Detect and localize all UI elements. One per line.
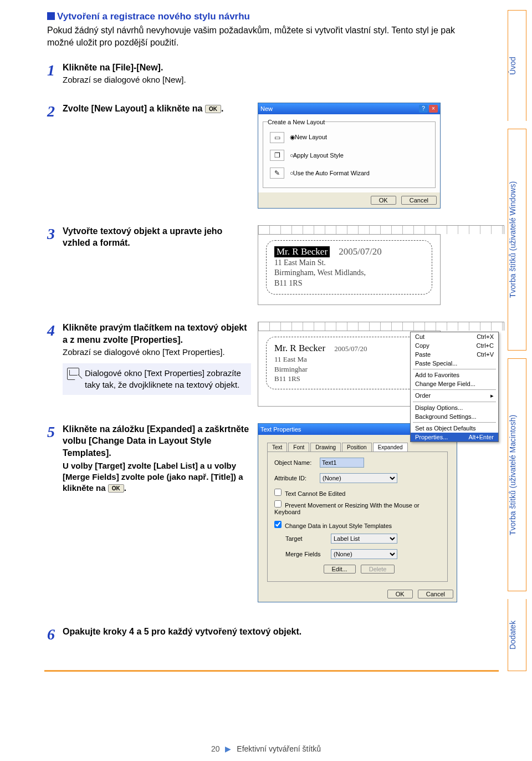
tab-text[interactable]: Text xyxy=(267,443,287,451)
ruler xyxy=(258,322,504,331)
step-text: Klikněte na záložku [Expanded] a zaškrtn… xyxy=(63,423,252,459)
group-label: Create a New Layout xyxy=(268,119,325,125)
bullet-icon xyxy=(47,12,55,20)
object-name-input[interactable] xyxy=(320,458,364,468)
merge-fields-select[interactable]: (None) xyxy=(331,549,397,559)
edit-button[interactable]: Edit... xyxy=(324,565,356,574)
step-number: 3 xyxy=(47,225,63,243)
template-icon: ❐ xyxy=(270,150,284,161)
step-number: 6 xyxy=(47,626,63,643)
menu-set-defaults[interactable]: Set as Object Defaults xyxy=(411,424,498,433)
menu-background[interactable]: Background Settings... xyxy=(411,412,498,421)
tab-appendix[interactable]: Dodatek xyxy=(508,599,526,671)
help-icon[interactable]: ? xyxy=(419,105,428,113)
chk-prevent-move[interactable]: Prevent Movement or Resizing With the Mo… xyxy=(274,502,420,515)
menu-add-favorites[interactable]: Add to Favorites xyxy=(411,371,498,379)
object-name-label: Object Name: xyxy=(274,459,313,466)
step-text: Vytvořte textový objekt a upravte jeho v… xyxy=(63,225,252,249)
step-subtext: Zobrazí se dialogové okno [Text Properti… xyxy=(63,347,252,358)
label-date: 2005/07/20 xyxy=(339,246,381,257)
wizard-icon: ✎ xyxy=(270,168,284,179)
attribute-id-select[interactable]: (None) xyxy=(320,473,397,483)
menu-copy[interactable]: CopyCtrl+C xyxy=(411,341,498,350)
step-number: 1 xyxy=(47,62,63,79)
cancel-button[interactable]: Cancel xyxy=(418,590,453,598)
step-text: Klikněte pravým tlačítkem na textový obj… xyxy=(63,322,252,346)
layout-canvas: Mr. R Becker 2005/07/20 11 East Main St.… xyxy=(258,234,441,305)
step-number: 4 xyxy=(47,322,63,339)
cancel-button[interactable]: Cancel xyxy=(401,196,437,205)
radio-apply-style[interactable]: Apply Layout Style xyxy=(290,152,344,159)
footer-section: Efektivní vytváření štítků xyxy=(237,744,321,753)
side-navigation: Úvod Tvorba štítků (uživatelé Windows) T… xyxy=(508,10,526,671)
ruler xyxy=(258,225,504,234)
menu-display-options[interactable]: Display Options... xyxy=(411,403,498,412)
label-name: Mr. R Becker xyxy=(274,246,330,257)
step-number: 5 xyxy=(47,423,63,441)
ok-button[interactable]: OK xyxy=(371,196,396,205)
target-select[interactable]: Label List xyxy=(331,534,397,544)
close-icon[interactable]: × xyxy=(429,105,438,113)
tab-windows[interactable]: Tvorba štítků (uživatelé Windows) xyxy=(508,129,526,351)
page-icon: ▭ xyxy=(270,132,284,143)
menu-properties[interactable]: Properties...Alt+Enter xyxy=(411,433,498,442)
note-box: Dialogové okno [Text Properties] zobrazí… xyxy=(63,363,251,395)
intro-paragraph: Pokud žádný styl návrhů nevyhovuje vašim… xyxy=(47,24,468,49)
tab-macintosh[interactable]: Tvorba štítků (uživatelé Macintosh) xyxy=(508,358,526,591)
chk-text-readonly[interactable]: Text Cannot Be Edited xyxy=(274,490,345,497)
target-label: Target xyxy=(285,535,324,542)
step-text: Opakujte kroky 4 a 5 pro každý vytvořený… xyxy=(63,626,504,638)
delete-button[interactable]: Delete xyxy=(361,565,395,574)
tab-position[interactable]: Position xyxy=(342,443,372,451)
label-addr1: 11 East Main St. xyxy=(274,258,424,268)
triangle-icon: ▶ xyxy=(225,744,231,753)
menu-paste-special[interactable]: Paste Special... xyxy=(411,359,498,368)
merge-fields-label: Merge Fields xyxy=(285,551,324,557)
menu-order[interactable]: Order▸ xyxy=(411,391,498,400)
ok-button[interactable]: OK xyxy=(387,590,413,598)
ok-button-inline: OK xyxy=(108,484,124,493)
note-icon xyxy=(67,368,79,380)
step-text: Klikněte na [File]-[New]. xyxy=(63,62,504,74)
context-menu: CutCtrl+X CopyCtrl+C PasteCtrl+V Paste S… xyxy=(410,332,499,442)
page-number: 20 xyxy=(211,744,220,753)
ok-button-inline: OK xyxy=(205,105,221,113)
radio-new-layout[interactable]: New Layout xyxy=(290,134,327,141)
chk-change-data[interactable]: Change Data in Layout Style Templates xyxy=(274,522,392,529)
menu-cut[interactable]: CutCtrl+X xyxy=(411,332,498,341)
step-number: 2 xyxy=(47,103,63,120)
label-date: 2005/07/20 xyxy=(334,344,367,353)
dialog-title: New xyxy=(260,105,273,112)
label-addr3: B11 1RS xyxy=(274,279,424,288)
radio-auto-format[interactable]: Use the Auto Format Wizard xyxy=(290,170,370,176)
label-name: Mr. R Becker xyxy=(274,343,325,353)
step-subtext: Zobrazí se dialogové okno [New]. xyxy=(63,74,504,85)
section-heading: Vytvoření a registrace nového stylu návr… xyxy=(47,11,504,22)
step-text: Zvolte [New Layout] a klikněte na OK. xyxy=(63,103,252,115)
new-dialog: New ?× Create a New Layout ▭New Layout ❐… xyxy=(258,103,441,209)
dialog-title: Text Properties xyxy=(260,426,301,433)
attribute-id-label: Attribute ID: xyxy=(274,475,313,481)
text-properties-dialog: Text Properties ?× Text Font Drawing Pos… xyxy=(258,423,457,602)
menu-paste[interactable]: PasteCtrl+V xyxy=(411,350,498,359)
menu-change-merge[interactable]: Change Merge Field... xyxy=(411,379,498,388)
tab-drawing[interactable]: Drawing xyxy=(310,443,341,451)
tab-intro[interactable]: Úvod xyxy=(508,10,526,121)
divider xyxy=(44,670,499,672)
label-addr2: Birmingham, West Midlands, xyxy=(274,268,424,278)
tab-font[interactable]: Font xyxy=(288,443,309,451)
page-footer: 20 ▶ Efektivní vytváření štítků xyxy=(0,744,532,753)
step-subtext: U volby [Target] zvolte [Label List] a u… xyxy=(63,460,252,494)
tab-expanded[interactable]: Expanded xyxy=(373,443,408,451)
